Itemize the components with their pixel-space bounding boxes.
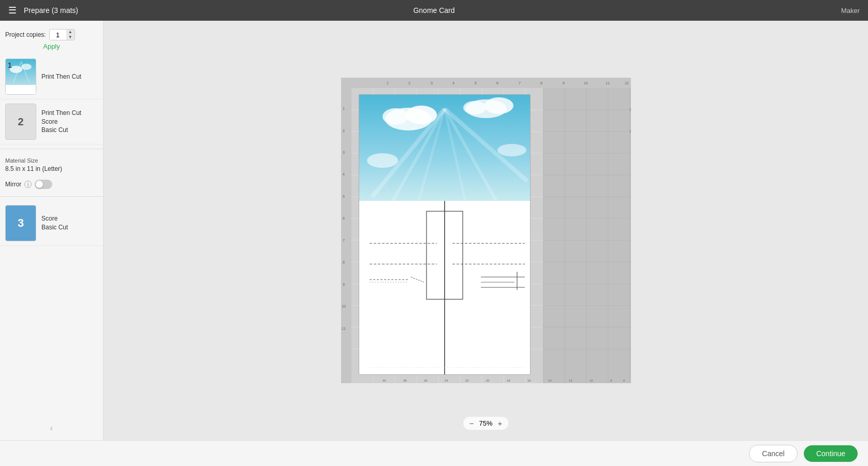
svg-text:4: 4 <box>452 81 454 85</box>
svg-text:28: 28 <box>403 379 407 382</box>
mat-3-thumbnail: 3 <box>5 205 36 241</box>
svg-text:9: 9 <box>563 81 565 85</box>
zoom-controls: − 75% + <box>463 417 509 430</box>
svg-rect-34 <box>543 88 631 383</box>
copies-arrows: ▲ ▼ <box>66 30 75 40</box>
copies-up-button[interactable]: ▲ <box>66 30 75 35</box>
zoom-level: 75% <box>479 419 492 427</box>
project-copies-row: Project copies: ▲ ▼ <box>0 26 103 41</box>
svg-text:2: 2 <box>408 81 410 85</box>
svg-text:2c: 2c <box>629 130 631 133</box>
mat-1-label: Print Then Cut <box>41 72 98 81</box>
svg-text:10: 10 <box>590 379 593 382</box>
svg-text:8: 8 <box>540 81 542 85</box>
svg-text:26: 26 <box>424 379 428 382</box>
mat-item-1[interactable]: 1 Print <box>0 54 103 99</box>
divider-1 <box>0 149 103 149</box>
svg-text:22: 22 <box>465 379 469 382</box>
zoom-in-button[interactable]: + <box>497 419 504 428</box>
machine-label: Maker <box>841 7 860 14</box>
svg-text:11: 11 <box>342 327 346 330</box>
copies-down-button[interactable]: ▼ <box>66 35 75 40</box>
cancel-button[interactable]: Cancel <box>749 445 798 462</box>
svg-text:16: 16 <box>527 379 531 382</box>
svg-point-85 <box>382 108 408 125</box>
mat-1-info: Print Then Cut <box>41 72 98 81</box>
svg-text:6: 6 <box>343 216 345 220</box>
svg-text:1: 1 <box>387 81 389 85</box>
mirror-label: Mirror <box>5 181 21 188</box>
svg-text:14: 14 <box>548 379 552 382</box>
copies-input[interactable] <box>50 30 66 40</box>
svg-point-88 <box>463 101 486 114</box>
header: ☰ Prepare (3 mats) Gnome Card Maker <box>0 0 868 21</box>
svg-point-89 <box>367 153 398 168</box>
cutting-mat-svg: cricut 1 2 3 4 5 6 7 8 9 10 11 12 <box>341 78 631 383</box>
mat-3-label: Score Basic Cut <box>41 214 98 232</box>
svg-text:8: 8 <box>343 260 345 264</box>
svg-point-87 <box>484 97 513 114</box>
svg-text:30: 30 <box>382 379 386 382</box>
svg-text:5: 5 <box>343 195 345 198</box>
svg-text:20: 20 <box>486 379 490 382</box>
svg-text:1: 1 <box>343 107 345 110</box>
apply-button[interactable]: Apply <box>0 41 103 54</box>
mat-2-label: Print Then Cut Score Basic Cut <box>41 109 98 135</box>
menu-icon[interactable]: ☰ <box>8 5 17 16</box>
mat-item-2[interactable]: 2 Print Then Cut Score Basic Cut <box>0 99 103 144</box>
svg-text:10: 10 <box>584 81 588 85</box>
mat-item-3[interactable]: 3 Score Basic Cut <box>0 201 103 246</box>
continue-button[interactable]: Continue <box>804 445 858 462</box>
svg-text:11: 11 <box>606 81 610 85</box>
divider-2 <box>0 196 103 197</box>
svg-point-84 <box>406 106 437 124</box>
svg-text:12: 12 <box>569 379 572 382</box>
svg-text:18: 18 <box>507 379 510 382</box>
material-size-value: 8.5 in x 11 in (Letter) <box>5 165 98 172</box>
svg-rect-1 <box>6 85 36 95</box>
svg-point-90 <box>497 144 526 156</box>
copies-input-wrap: ▲ ▼ <box>49 29 75 40</box>
mat-1-thumbnail: 1 <box>5 59 36 95</box>
mirror-info-icon[interactable]: i <box>24 181 32 188</box>
svg-text:2c: 2c <box>629 108 631 111</box>
toggle-knob <box>36 181 43 188</box>
svg-text:6: 6 <box>496 81 498 85</box>
material-size-section: Material Size 8.5 in x 11 in (Letter) <box>0 153 103 177</box>
mirror-toggle[interactable] <box>35 180 52 189</box>
zoom-out-button[interactable]: − <box>468 419 475 428</box>
svg-text:3: 3 <box>431 81 433 85</box>
svg-text:4: 4 <box>343 172 345 176</box>
svg-text:3: 3 <box>343 151 345 154</box>
sidebar: Project copies: ▲ ▼ Apply 1 <box>0 21 104 440</box>
mat-1-number: 1 <box>8 61 12 69</box>
svg-text:24: 24 <box>445 379 448 382</box>
svg-text:9: 9 <box>343 283 345 286</box>
svg-text:12: 12 <box>625 81 629 85</box>
project-title: Gnome Card <box>413 6 454 14</box>
main-layout: Project copies: ▲ ▼ Apply 1 <box>0 21 868 440</box>
mat-2-info: Print Then Cut Score Basic Cut <box>41 109 98 135</box>
svg-text:7: 7 <box>343 239 345 242</box>
svg-text:10: 10 <box>342 304 346 308</box>
mat-2-thumbnail: 2 <box>5 104 36 140</box>
project-copies-label: Project copies: <box>5 31 46 38</box>
material-size-label: Material Size <box>5 157 98 164</box>
bottom-bar: Cancel Continue <box>0 440 868 466</box>
svg-text:2: 2 <box>343 129 345 133</box>
cutting-mat-wrap: cricut 1 2 3 4 5 6 7 8 9 10 11 12 <box>341 78 631 383</box>
mat-3-info: Score Basic Cut <box>41 214 98 232</box>
svg-text:5: 5 <box>475 81 477 85</box>
canvas-area: cricut 1 2 3 4 5 6 7 8 9 10 11 12 <box>104 21 868 440</box>
svg-text:7: 7 <box>519 81 521 85</box>
mirror-section: Mirror i <box>0 177 103 192</box>
sidebar-scroll-left[interactable]: ‹ <box>50 424 53 433</box>
